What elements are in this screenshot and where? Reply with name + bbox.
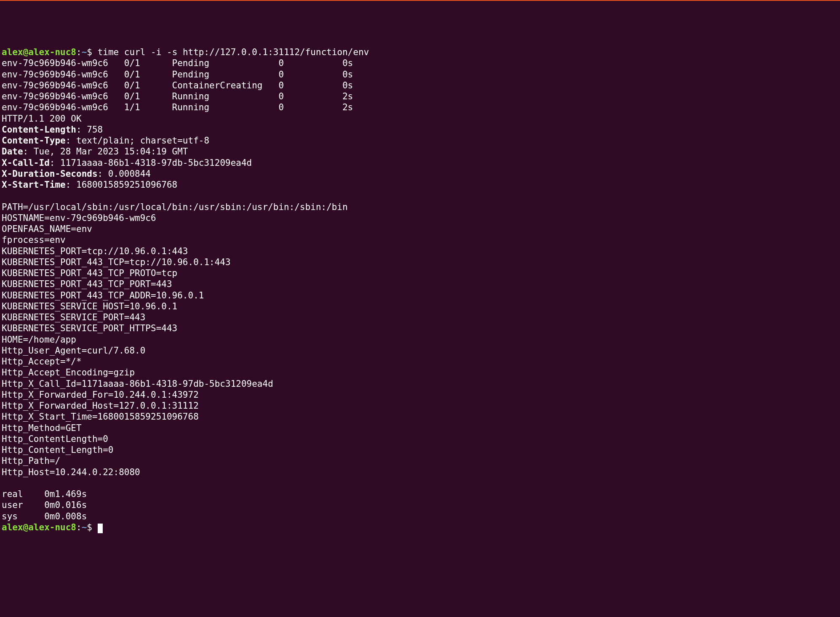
body-line-6: KUBERNETES_PORT_443_TCP_PROTO=tcp xyxy=(2,268,838,279)
body-line: Http_Method=GET xyxy=(2,423,82,433)
http-header-0: Content-Length: 758 xyxy=(2,124,838,135)
prompt-userhost: alex@alex-nuc8 xyxy=(2,522,76,532)
body-line-18: Http_X_Forwarded_Host=127.0.0.1:31112 xyxy=(2,400,838,411)
http-status: HTTP/1.1 200 OK xyxy=(2,114,82,124)
http-header-4: X-Duration-Seconds: 0.000844 xyxy=(2,168,838,179)
body-line: Http_Accept=*/* xyxy=(2,356,82,367)
prompt-line-1: alex@alex-nuc8:~$ time curl -i -s http:/… xyxy=(2,47,838,58)
http-header-5: X-Start-Time: 1680015859251096768 xyxy=(2,179,838,190)
body-line-3: fprocess=env xyxy=(2,234,838,245)
body-line: Http_X_Start_Time=1680015859251096768 xyxy=(2,412,199,422)
blank-2 xyxy=(2,478,838,489)
pod-row-2: env-79c969b946-wm9c6 0/1 ContainerCreati… xyxy=(2,80,838,91)
body-line-19: Http_X_Start_Time=1680015859251096768 xyxy=(2,411,838,422)
body-line-20: Http_Method=GET xyxy=(2,423,838,433)
pod-row-4: env-79c969b946-wm9c6 1/1 Running 0 2s xyxy=(2,102,838,113)
body-line: Http_Content_Length=0 xyxy=(2,445,114,455)
prompt-path: ~ xyxy=(82,522,87,532)
body-line-10: KUBERNETES_SERVICE_PORT=443 xyxy=(2,312,838,323)
timing-line: real 0m1.469s xyxy=(2,489,87,499)
http-header-key: Date xyxy=(2,146,23,157)
pod-status-line: env-79c969b946-wm9c6 1/1 Running 0 2s xyxy=(2,102,353,112)
body-line-11: KUBERNETES_SERVICE_PORT_HTTPS=443 xyxy=(2,323,838,334)
body-line: KUBERNETES_PORT_443_TCP_PROTO=tcp xyxy=(2,268,177,278)
body-line: KUBERNETES_PORT_443_TCP=tcp://10.96.0.1:… xyxy=(2,257,231,267)
http-header-value: : 758 xyxy=(76,125,103,135)
pod-status-line: env-79c969b946-wm9c6 0/1 Pending 0 0s xyxy=(2,69,353,80)
body-line: OPENFAAS_NAME=env xyxy=(2,224,92,234)
body-line: HOSTNAME=env-79c969b946-wm9c6 xyxy=(2,213,156,223)
body-line-17: Http_X_Forwarded_For=10.244.0.1:43972 xyxy=(2,389,838,400)
pod-status-line: env-79c969b946-wm9c6 0/1 Running 0 2s xyxy=(2,91,353,101)
http-header-2: Date: Tue, 28 Mar 2023 15:04:19 GMT xyxy=(2,146,838,157)
body-line-22: Http_Content_Length=0 xyxy=(2,444,838,455)
body-line-16: Http_X_Call_Id=1171aaaa-86b1-4318-97db-5… xyxy=(2,378,838,389)
body-line: Http_ContentLength=0 xyxy=(2,434,108,444)
body-line-0: PATH=/usr/local/sbin:/usr/local/bin:/usr… xyxy=(2,202,838,213)
body-line: KUBERNETES_PORT_443_TCP_ADDR=10.96.0.1 xyxy=(2,290,204,301)
body-line: KUBERNETES_SERVICE_PORT_HTTPS=443 xyxy=(2,323,177,333)
pod-row-0: env-79c969b946-wm9c6 0/1 Pending 0 0s xyxy=(2,58,838,69)
timing-1: user 0m0.016s xyxy=(2,500,838,511)
body-line-15: Http_Accept_Encoding=gzip xyxy=(2,367,838,378)
body-line: PATH=/usr/local/sbin:/usr/local/bin:/usr… xyxy=(2,202,348,212)
body-line-5: KUBERNETES_PORT_443_TCP=tcp://10.96.0.1:… xyxy=(2,257,838,268)
body-line-24: Http_Host=10.244.0.22:8080 xyxy=(2,467,838,478)
prompt-dollar: $ xyxy=(87,522,97,532)
body-line-21: Http_ContentLength=0 xyxy=(2,433,838,444)
timing-line: sys 0m0.008s xyxy=(2,511,87,521)
body-line-12: HOME=/home/app xyxy=(2,334,838,345)
timing-line: user 0m0.016s xyxy=(2,500,87,510)
prompt-dollar: $ xyxy=(87,47,97,57)
blank-line xyxy=(2,478,7,488)
body-line-23: Http_Path=/ xyxy=(2,455,838,466)
http-header-key: X-Call-Id xyxy=(2,158,50,168)
body-line-1: HOSTNAME=env-79c969b946-wm9c6 xyxy=(2,213,838,223)
http-header-value: : 1171aaaa-86b1-4318-97db-5bc31209ea4d xyxy=(50,158,252,168)
http-status-line: HTTP/1.1 200 OK xyxy=(2,113,838,124)
http-header-key: X-Start-Time xyxy=(2,180,66,190)
http-header-value: : 1680015859251096768 xyxy=(66,180,178,190)
body-line: fprocess=env xyxy=(2,235,66,245)
command-text: time curl -i -s http://127.0.0.1:31112/f… xyxy=(98,47,369,57)
pod-status-line: env-79c969b946-wm9c6 0/1 ContainerCreati… xyxy=(2,80,353,90)
body-line-9: KUBERNETES_SERVICE_HOST=10.96.0.1 xyxy=(2,301,838,312)
body-line-4: KUBERNETES_PORT=tcp://10.96.0.1:443 xyxy=(2,246,838,257)
blank-1 xyxy=(2,190,838,201)
http-header-key: Content-Length xyxy=(2,125,76,135)
http-header-value: : 0.000844 xyxy=(98,169,151,179)
body-line: KUBERNETES_PORT_443_TCP_PORT=443 xyxy=(2,279,172,289)
body-line: Http_Path=/ xyxy=(2,456,60,466)
http-header-key: X-Duration-Seconds xyxy=(2,169,98,179)
blank-line xyxy=(2,191,7,201)
pod-row-3: env-79c969b946-wm9c6 0/1 Running 0 2s xyxy=(2,91,838,102)
http-header-3: X-Call-Id: 1171aaaa-86b1-4318-97db-5bc31… xyxy=(2,157,838,168)
prompt-userhost: alex@alex-nuc8 xyxy=(2,47,76,57)
terminal-output[interactable]: alex@alex-nuc8:~$ time curl -i -s http:/… xyxy=(2,47,838,533)
body-line-14: Http_Accept=*/* xyxy=(2,356,838,367)
http-header-value: : Tue, 28 Mar 2023 15:04:19 GMT xyxy=(23,146,188,157)
http-header-value: : text/plain; charset=utf-8 xyxy=(66,136,209,146)
timing-2: sys 0m0.008s xyxy=(2,511,838,522)
body-line: Http_User_Agent=curl/7.68.0 xyxy=(2,346,145,356)
cursor[interactable] xyxy=(98,524,103,533)
prompt-path: ~ xyxy=(82,47,87,57)
body-line-7: KUBERNETES_PORT_443_TCP_PORT=443 xyxy=(2,279,838,290)
timing-0: real 0m1.469s xyxy=(2,489,838,500)
prompt-sep: : xyxy=(76,522,82,532)
body-line: Http_X_Forwarded_Host=127.0.0.1:31112 xyxy=(2,401,199,411)
body-line: Http_Accept_Encoding=gzip xyxy=(2,367,135,378)
body-line-2: OPENFAAS_NAME=env xyxy=(2,223,838,234)
body-line-8: KUBERNETES_PORT_443_TCP_ADDR=10.96.0.1 xyxy=(2,290,838,301)
pod-status-line: env-79c969b946-wm9c6 0/1 Pending 0 0s xyxy=(2,58,353,68)
body-line: KUBERNETES_PORT=tcp://10.96.0.1:443 xyxy=(2,246,188,256)
body-line: Http_X_Call_Id=1171aaaa-86b1-4318-97db-5… xyxy=(2,379,273,389)
prompt-sep: : xyxy=(76,47,82,57)
http-header-1: Content-Type: text/plain; charset=utf-8 xyxy=(2,135,838,146)
prompt-line-2: alex@alex-nuc8:~$ xyxy=(2,522,838,533)
body-line: KUBERNETES_SERVICE_HOST=10.96.0.1 xyxy=(2,301,177,311)
body-line-13: Http_User_Agent=curl/7.68.0 xyxy=(2,345,838,356)
body-line: HOME=/home/app xyxy=(2,335,76,345)
body-line: KUBERNETES_SERVICE_PORT=443 xyxy=(2,312,145,322)
body-line: Http_Host=10.244.0.22:8080 xyxy=(2,467,140,477)
